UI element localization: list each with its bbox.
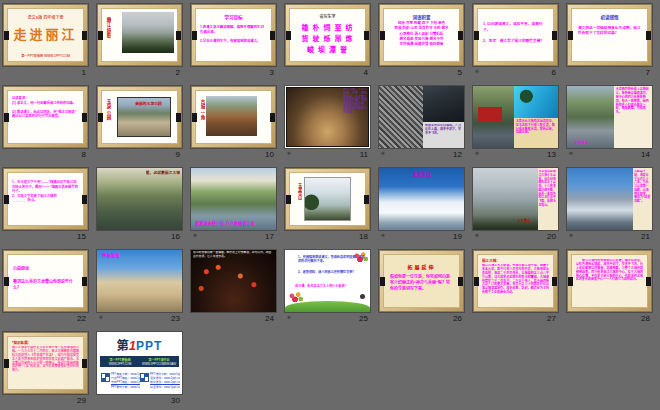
- slide-thumbnail-23[interactable]: 香格里拉: [97, 250, 182, 312]
- slide-thumbnail-10[interactable]: 古城一角: [191, 86, 276, 148]
- slide-number-23: 23: [97, 314, 182, 323]
- logo-char-ppt: PPT: [136, 339, 162, 353]
- banner-site-url: WWW.1PPT.COM: [101, 362, 139, 366]
- qr-icon: [141, 374, 148, 381]
- slide-thumbnail-15[interactable]: 1、在本段文字中用“——”线画出总写丽江风光特点的句子，再用“～～”线画出具体描…: [3, 168, 88, 230]
- slide-thumbnail-21[interactable]: 主峰扇子陡，海拔五千五百九十六米，为长江以南第一高峰，山顶终年积雪，被誉为“绿雪…: [567, 168, 652, 230]
- body-text: 自读要求： (1) 读全文，用一句话概括丽江给你的印象。 (2) 默读课文，标出…: [12, 96, 79, 119]
- slide-thumbnail-24[interactable]: 丽江的夜晚别有一番情趣，四方街上灯笼高挂，红光闪烁，纳西古乐悠扬，让人流连忘返。: [191, 250, 276, 312]
- slide-thumbnail-20[interactable]: 玉龙雪山距丽江古城十五公里，由北向南绵延近五十公里，十三座雪峰连绵不断，宛若一条…: [473, 168, 558, 230]
- slide-thumbnail-13[interactable]: 玉泉水从古城西北湍流而至，至玉龙桥下分成三股支流，再分成无数股水流，穿街过巷，流…: [473, 86, 558, 148]
- photo-monastery: [97, 250, 182, 312]
- slide-thumbnail-3[interactable]: 学习目标1.把课文读正确读通顺，遇到不理解的生词先画出来。 2.学会本课的生字，…: [191, 4, 276, 66]
- slide-number-21: 21: [567, 232, 652, 241]
- transition-icon[interactable]: ✶: [286, 150, 292, 157]
- transition-icon[interactable]: ✶: [568, 150, 574, 157]
- slide-frame-inner: 自读要求： (1) 读全文，用一句话概括丽江给你的印象。 (2) 默读课文，标出…: [7, 90, 84, 144]
- slide-thumbnail-17[interactable]: 家家流水绕户转 户户垂杨赛江南: [191, 168, 276, 230]
- slide-thumbnail-9[interactable]: 玉泉公园美丽的玉泉公园: [97, 86, 182, 148]
- slide-number-2: 2: [97, 68, 182, 77]
- slide-number-28: 28: [567, 314, 652, 323]
- footer-link[interactable]: 英语课件：www.1ppt.com/kejian/yingyu/: [150, 385, 180, 389]
- body-text: 1、在本段文字中用“——”线画出总写丽江风光特点的句子，再用“～～”线画出具体描…: [12, 180, 79, 203]
- transition-icon[interactable]: ✶: [474, 150, 480, 157]
- slide-number-12: 12: [379, 150, 464, 159]
- slide-thumbnail-28[interactable]: 丽江古城内的街道依山势而建，顺水流而设，以红色角砾岩铺就，雨季不泥泞，旱季不飞灰…: [567, 250, 652, 312]
- photo-blue-water: [514, 86, 558, 118]
- slide-thumbnail-1[interactable]: 语文S版 四年级下册走进丽江第一PPT模板网 WWW.1PPT.COM: [3, 4, 88, 66]
- photo-label: 玉龙雪山: [379, 171, 464, 177]
- footer-link[interactable]: 数学课件：www.1ppt.com/kejian/shuxue/: [150, 380, 180, 384]
- side-text: 主峰扇子陡，海拔五千五百九十六米，为长江以南第一高峰，山顶终年积雪，被誉为“绿雪…: [634, 170, 651, 204]
- slide-thumbnail-11[interactable]: 丽江古城，又名大研镇，它是一座风景秀丽、历史悠久的文化名城，也是我国保存最完整、…: [285, 86, 370, 148]
- footer-link[interactable]: 节日PPT模板：www.1ppt.com/jieri/: [111, 380, 140, 384]
- paragraph: 丽江古城是中国历史文化名城中唯一没有城墙的古城。一九九七年十二月四日，丽江古城被…: [12, 346, 79, 387]
- photo-label: 玉龙雪山: [517, 218, 531, 223]
- slide-title: *知识拓展：: [12, 340, 31, 345]
- slide-thumbnail-7[interactable]: 初读感悟课文把这一切描绘得多么生动啊，丽江给你留下了怎样的印象？: [567, 4, 652, 66]
- slide-frame-inner: 自由朗读： 看到这么美的玉龙雪山你想说些什么？: [7, 254, 84, 308]
- transition-icon[interactable]: ✶: [474, 68, 480, 75]
- slide-number-15: 15: [3, 232, 88, 241]
- slide-thumbnail-5[interactable]: 词语积累纯朴 苍翠 险峻 席子 下旬 景色 驿道 纺织 山峦 昂首苍穹 天险 闻…: [379, 4, 464, 66]
- slide-thumbnail-27[interactable]: 丽江古城：丽江古城又名大研镇，坐落在丽江坝中部，始建于宋末元初，距今已有八百多年…: [473, 250, 558, 312]
- slide-thumbnail-14[interactable]: 水流两旁的街道上店铺林立，各种商品琳琅满目，城中心的四方街更是热闹，每天一到傍晚…: [567, 86, 652, 148]
- slide-frame-inner: 玉龙雪山: [289, 172, 366, 226]
- slide-frame-inner: 词语积累纯朴 苍翠 险峻 席子 下旬 景色 驿道 纺织 山峦 昂首苍穹 天险 闻…: [383, 8, 460, 62]
- transition-icon[interactable]: ✶: [192, 232, 198, 239]
- body-text: 假如你是一位导游，你将如何向游客介绍丽江的“神奇与美丽”呢？将你的导游词写下来。: [390, 274, 453, 291]
- slide-thumbnail-4[interactable]: 会写生字雄 朴 饲 至 纺 货 驶 烁 昂 炼 峻 坝 潭 誉: [285, 4, 370, 66]
- slide-number-22: 22: [3, 314, 88, 323]
- slide-frame-inner: 丽江古城：丽江古城又名大研镇，坐落在丽江坝中部，始建于宋末元初，距今已有八百多年…: [477, 254, 554, 308]
- deck-title: 走进丽江: [8, 24, 83, 43]
- slide-thumbnail-6[interactable]: 1. 自由朗读课文，读准字音，读通句子。 2、思考：课文写了丽江的哪些美景？: [473, 4, 558, 66]
- photo-canal-street: [567, 86, 614, 148]
- slide-thumbnail-19[interactable]: 玉龙雪山: [379, 168, 464, 230]
- transition-icon[interactable]: ✶: [568, 232, 574, 239]
- slide-thumbnail-18[interactable]: 玉龙雪山: [285, 168, 370, 230]
- slide-thumbnail-22[interactable]: 自由朗读： 看到这么美的玉龙雪山你想说些什么？: [3, 250, 88, 312]
- slide-thumbnail-2[interactable]: 丽江掠影: [97, 4, 182, 66]
- photo-jagged-peaks: [567, 168, 633, 230]
- slide-frame-inner: 拓展延伸假如你是一位导游，你将如何向游客介绍丽江的“神奇与美丽”呢？将你的导游词…: [383, 254, 460, 308]
- body-text: 1. 自由朗读课文，读准字音，读通句子。 2、思考：课文写了丽江的哪些美景？: [483, 22, 548, 44]
- footer-link[interactable]: PPT素材下载：www.1ppt.com/sucai/: [111, 385, 140, 389]
- photo-night-lanterns: [191, 250, 276, 312]
- slide-number-20: 20: [473, 232, 558, 241]
- photo-stone-texture: [379, 86, 423, 148]
- slide-frame-inner: 丽江掠影: [101, 8, 178, 62]
- slide-thumbnail-30[interactable]: 第1PPT第一PPT模板网WWW.1PPT.COM第一PPT课件站WWW.1PP…: [97, 332, 182, 394]
- vertical-label: 玉泉公园: [105, 99, 111, 121]
- slide-thumbnail-26[interactable]: 拓展延伸假如你是一位导游，你将如何向游客介绍丽江的“神奇与美丽”呢？将你的导游词…: [379, 250, 464, 312]
- slide-number-10: 10: [191, 150, 276, 159]
- transition-icon[interactable]: ✶: [98, 314, 104, 321]
- slide-title: 初读感悟: [572, 14, 647, 20]
- slide-frame-inner: 1、在本段文字中用“——”线画出总写丽江风光特点的句子，再用“～～”线画出具体描…: [7, 172, 84, 226]
- slide-number-14: 14: [567, 150, 652, 159]
- slide-thumbnail-12[interactable]: 街道全用五花石铺成，人马走在上面，雨季不泥泞，旱季不飞灰。: [379, 86, 464, 148]
- transition-icon[interactable]: ✶: [380, 232, 386, 239]
- photo-caption: 瞧，这就是丽江古城: [146, 170, 180, 175]
- photo-temple: [206, 96, 257, 136]
- slide-number-27: 27: [473, 314, 558, 323]
- slide-number-24: 24: [191, 314, 276, 323]
- text-panel: 水流两旁的街道上店铺林立，各种商品琳琅满目，城中心的四方街更是热闹，每天一到傍晚…: [614, 86, 652, 148]
- slide-thumbnail-25[interactable]: 1、有感情地朗读课文，背诵你喜欢的段落，把喜欢的词句摘抄下来。2、收集资料：迷人…: [285, 250, 370, 312]
- body-text: 自由朗读： 看到这么美的玉龙雪山你想说些什么？: [13, 266, 78, 292]
- slide-number-6: 6: [473, 68, 558, 77]
- photo-caption: 丽江的夜晚别有一番情趣，四方街上灯笼高挂，红光闪烁，纳西古乐悠扬，让人流连忘返。: [193, 251, 274, 258]
- banner-site-name: 第一PPT模板网: [101, 358, 139, 362]
- link-list: PPT模板下载：www.1ppt.com/moban/行业PPT模板：www.1…: [111, 372, 140, 389]
- slide-title: 学习目标: [196, 14, 271, 20]
- vertical-label: 丽江掠影: [105, 17, 111, 39]
- banner-site-name: 第一PPT课件站: [140, 358, 178, 362]
- character-grid: 雄 朴 饲 至 纺 货 驶 烁 昂 炼 峻 坝 潭 誉: [290, 22, 365, 56]
- slide-thumbnail-8[interactable]: 自读要求： (1) 读全文，用一句话概括丽江给你的印象。 (2) 默读课文，标出…: [3, 86, 88, 148]
- photo-snow-mountain: [304, 177, 351, 221]
- transition-icon[interactable]: ✶: [286, 314, 292, 321]
- slide-thumbnail-16[interactable]: 瞧，这就是丽江古城: [97, 168, 182, 230]
- slide-number-18: 18: [285, 232, 370, 241]
- slide-thumbnail-29[interactable]: *知识拓展：丽江古城是中国历史文化名城中唯一没有城墙的古城。一九九七年十二月四日…: [3, 332, 88, 394]
- transition-icon[interactable]: ✶: [474, 232, 480, 239]
- transition-icon[interactable]: ✶: [380, 150, 386, 157]
